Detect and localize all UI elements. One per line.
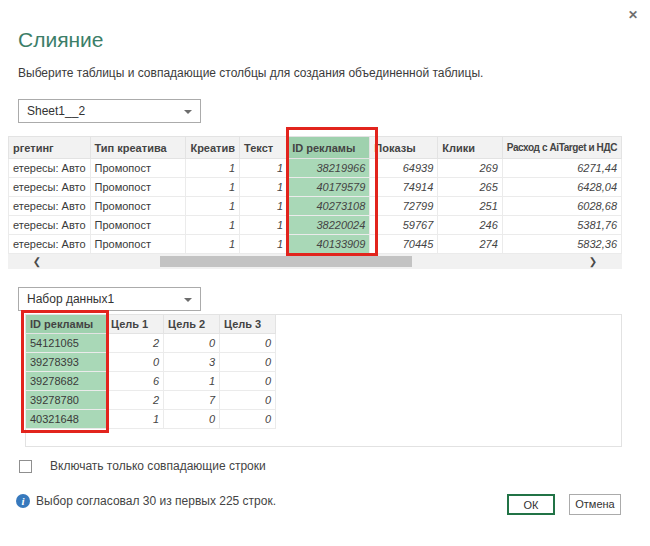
table-cell[interactable]: 5381,76 — [502, 216, 621, 235]
table-cell[interactable]: 2 — [107, 391, 164, 410]
table-cell[interactable]: Промопост — [90, 197, 186, 216]
table-cell[interactable]: 39278393 — [26, 353, 107, 372]
close-icon[interactable]: ✕ — [624, 6, 642, 24]
column-header[interactable]: Показы — [370, 137, 438, 159]
table-cell[interactable]: 74914 — [370, 178, 438, 197]
table-cell[interactable]: 64939 — [370, 159, 438, 178]
table-cell[interactable]: 3 — [164, 353, 220, 372]
table-cell[interactable]: етересы: Авто — [9, 235, 91, 254]
table-cell[interactable]: Промопост — [90, 178, 186, 197]
column-header[interactable]: Цель 2 — [164, 315, 220, 334]
table-cell[interactable]: 6 — [107, 372, 164, 391]
table-cell[interactable]: 1 — [186, 178, 240, 197]
table-cell[interactable]: 6428,04 — [502, 178, 621, 197]
table-cell[interactable]: 246 — [438, 216, 502, 235]
table-cell[interactable]: 269 — [438, 159, 502, 178]
table-cell[interactable]: етересы: Авто — [9, 159, 91, 178]
bottom-table-selector[interactable]: Набор данных1 — [18, 287, 201, 311]
table-row: 39278393030 — [26, 353, 276, 372]
table-cell[interactable]: 6271,44 — [502, 159, 621, 178]
table-cell[interactable]: етересы: Авто — [9, 178, 91, 197]
table-cell[interactable]: 6028,68 — [502, 197, 621, 216]
top-table-container: ргетингТип креативаКреативТекстID реклам… — [8, 136, 622, 254]
table-cell[interactable]: 265 — [438, 178, 502, 197]
top-table: ргетингТип креативаКреативТекстID реклам… — [8, 136, 622, 254]
column-header[interactable]: Клики — [438, 137, 502, 159]
table-cell[interactable]: 0 — [220, 372, 276, 391]
table-cell[interactable]: 39278780 — [26, 391, 107, 410]
table-cell[interactable]: 0 — [164, 334, 220, 353]
matching-rows-checkbox[interactable] — [19, 460, 32, 473]
table-cell[interactable]: 72799 — [370, 197, 438, 216]
matching-rows-checkbox-label: Включать только совпадающие строки — [50, 459, 266, 473]
table-row: етересы: АвтоПромопост114013390970445274… — [9, 235, 622, 254]
table-cell[interactable]: 40179579 — [288, 178, 370, 197]
table-cell[interactable]: 1 — [107, 410, 164, 429]
table-cell[interactable]: 7 — [164, 391, 220, 410]
scrollbar-thumb[interactable] — [160, 256, 412, 267]
table-cell[interactable]: Промопост — [90, 159, 186, 178]
status-text: Выбор согласовал 30 из первых 225 строк. — [36, 494, 276, 508]
table-cell[interactable]: 1 — [240, 178, 288, 197]
top-table-selector[interactable]: Sheet1__2 — [18, 99, 201, 123]
table-cell[interactable]: 70445 — [370, 235, 438, 254]
table-cell[interactable]: 0 — [220, 410, 276, 429]
table-cell[interactable]: 1 — [186, 159, 240, 178]
bottom-table-container: ID рекламыЦель 1Цель 2Цель 3541210652003… — [25, 314, 622, 447]
column-header[interactable]: Цель 1 — [107, 315, 164, 334]
table-cell[interactable]: етересы: Авто — [9, 216, 91, 235]
table-row: етересы: АвтоПромопост113822002459767246… — [9, 216, 622, 235]
table-cell[interactable]: 40321648 — [26, 410, 107, 429]
ok-button[interactable]: ОК — [507, 494, 555, 515]
table-cell[interactable]: 1 — [186, 235, 240, 254]
table-cell[interactable]: 251 — [438, 197, 502, 216]
horizontal-scrollbar[interactable]: ❮ ❯ — [8, 254, 622, 269]
table-cell[interactable]: 274 — [438, 235, 502, 254]
table-cell[interactable]: 1 — [186, 216, 240, 235]
table-cell[interactable]: етересы: Авто — [9, 197, 91, 216]
table-cell[interactable]: 39278682 — [26, 372, 107, 391]
table-cell[interactable]: 1 — [240, 235, 288, 254]
table-cell[interactable]: 5832,36 — [502, 235, 621, 254]
table-cell[interactable]: 59767 — [370, 216, 438, 235]
table-cell[interactable]: 1 — [240, 216, 288, 235]
chevron-down-icon — [184, 298, 192, 302]
dialog-subtitle: Выберите таблицы и совпадающие столбцы д… — [18, 66, 483, 80]
table-row: 39278682610 — [26, 372, 276, 391]
table-cell[interactable]: 0 — [220, 391, 276, 410]
column-header[interactable]: ID рекламы — [288, 137, 370, 159]
table-cell[interactable]: 0 — [220, 353, 276, 372]
column-header[interactable]: Цель 3 — [220, 315, 276, 334]
table-cell[interactable]: 0 — [107, 353, 164, 372]
table-cell[interactable]: 0 — [220, 334, 276, 353]
table-cell[interactable]: 1 — [240, 197, 288, 216]
table-cell[interactable]: 1 — [186, 197, 240, 216]
table-cell[interactable]: 2 — [107, 334, 164, 353]
scroll-left-icon[interactable]: ❮ — [22, 254, 52, 269]
column-header[interactable]: ID рекламы — [26, 315, 107, 334]
bottom-table: ID рекламыЦель 1Цель 2Цель 3541210652003… — [25, 314, 276, 429]
table-cell[interactable]: Промопост — [90, 235, 186, 254]
table-cell[interactable]: 0 — [164, 410, 220, 429]
table-cell[interactable]: 38220024 — [288, 216, 370, 235]
column-header[interactable]: Расход с AiTarget и НДС — [502, 137, 621, 159]
column-header[interactable]: Креатив — [186, 137, 240, 159]
table-cell[interactable]: 38219966 — [288, 159, 370, 178]
cancel-button[interactable]: Отмена — [569, 494, 621, 515]
table-cell[interactable]: 40273108 — [288, 197, 370, 216]
matching-rows-checkbox-row: Включать только совпадающие строки — [19, 459, 266, 473]
table-cell[interactable]: Промопост — [90, 216, 186, 235]
table-cell[interactable]: 40133909 — [288, 235, 370, 254]
table-cell[interactable]: 1 — [240, 159, 288, 178]
table-row: 54121065200 — [26, 334, 276, 353]
column-header[interactable]: Тип креатива — [90, 137, 186, 159]
table-cell[interactable]: 1 — [164, 372, 220, 391]
table-row: 39278780270 — [26, 391, 276, 410]
column-header[interactable]: Текст — [240, 137, 288, 159]
table-row: етересы: АвтоПромопост113821996664939269… — [9, 159, 622, 178]
table-row: 40321648100 — [26, 410, 276, 429]
column-header[interactable]: ргетинг — [9, 137, 91, 159]
bottom-table-selector-value: Набор данных1 — [27, 292, 114, 306]
table-cell[interactable]: 54121065 — [26, 334, 107, 353]
scroll-right-icon[interactable]: ❯ — [578, 254, 608, 269]
